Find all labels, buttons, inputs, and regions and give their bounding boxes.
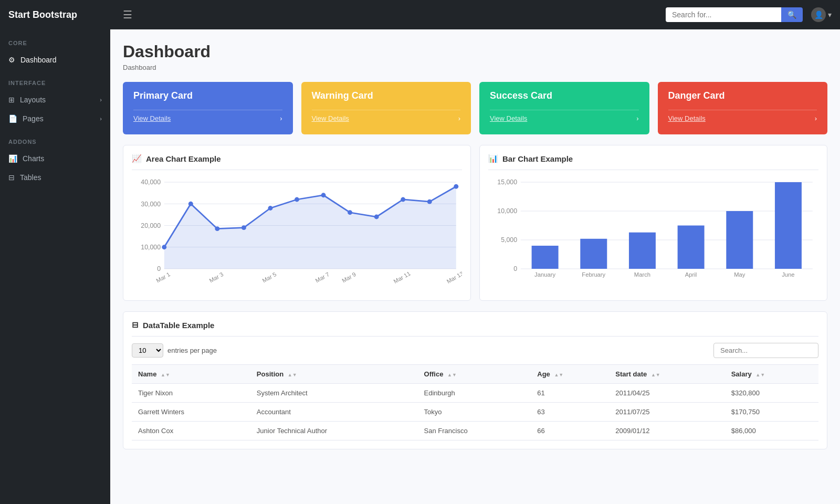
col-header[interactable]: Name ▲▼ [132, 365, 250, 384]
card-footer-warning: View Details › [312, 110, 461, 127]
area-chart-title: 📈 Area Chart Example [132, 154, 462, 170]
svg-point-18 [188, 202, 193, 206]
datatable-card: ⊟ DataTable Example 102550100 entries pe… [123, 311, 827, 449]
card-link-success[interactable]: View Details [490, 114, 527, 122]
svg-text:30,000: 30,000 [141, 201, 161, 208]
entries-label: entries per page [167, 346, 217, 354]
table-cell: Ashton Cox [132, 422, 250, 440]
sidebar-item-layouts[interactable]: ⊞Layouts› [0, 90, 110, 109]
table-row: Tiger NixonSystem ArchitectEdinburgh6120… [132, 384, 818, 403]
table-cell: Tiger Nixon [132, 384, 250, 403]
card-title-primary: Primary Card [133, 90, 282, 101]
sidebar-item-label: Charts [23, 154, 44, 163]
table-cell: 2011/07/25 [609, 403, 724, 422]
summary-card-danger: Danger Card View Details › [658, 82, 828, 134]
sidebar-item-pages[interactable]: 📄Pages› [0, 109, 110, 128]
sidebar: CORE⚙DashboardINTERFACE⊞Layouts›📄Pages›A… [0, 29, 110, 504]
summary-card-warning: Warning Card View Details › [301, 82, 471, 134]
svg-point-17 [162, 245, 166, 249]
table-cell: Tokyo [418, 403, 531, 422]
card-link-primary[interactable]: View Details [133, 114, 171, 122]
area-chart-wrap: 010,00020,00030,00040,000Mar 1Mar 3Mar 5… [132, 176, 462, 292]
svg-text:10,000: 10,000 [141, 244, 161, 251]
main-content: Dashboard Dashboard Primary Card View De… [110, 29, 840, 504]
col-header[interactable]: Position ▲▼ [250, 365, 418, 384]
sort-icon: ▲▼ [288, 372, 297, 377]
card-footer-danger: View Details › [668, 110, 817, 127]
sidebar-section-label: ADDONS [0, 128, 110, 149]
card-arrow-primary: › [280, 114, 282, 122]
col-header[interactable]: Age ▲▼ [531, 365, 609, 384]
datatable-table: Name ▲▼Position ▲▼Office ▲▼Age ▲▼Start d… [132, 364, 818, 440]
svg-text:February: February [582, 272, 605, 278]
sort-icon: ▲▼ [161, 372, 170, 377]
table-cell: Edinburgh [418, 384, 531, 403]
col-header[interactable]: Office ▲▼ [418, 365, 531, 384]
sidebar-item-label: Dashboard [20, 56, 57, 64]
chevron-right-icon: › [100, 116, 102, 122]
svg-point-28 [454, 184, 458, 189]
svg-point-27 [427, 200, 432, 204]
dashboard-icon: ⚙ [8, 56, 15, 64]
menu-icon: ☰ [123, 9, 132, 20]
svg-point-22 [295, 197, 299, 202]
sort-icon: ▲▼ [651, 372, 660, 377]
svg-text:May: May [734, 272, 746, 278]
search-input[interactable] [666, 7, 781, 22]
card-link-danger[interactable]: View Details [668, 114, 706, 122]
table-search-input[interactable] [713, 343, 818, 358]
svg-rect-47 [775, 182, 802, 269]
svg-point-25 [374, 215, 379, 219]
table-header-row: Name ▲▼Position ▲▼Office ▲▼Age ▲▼Start d… [132, 365, 818, 384]
col-header[interactable]: Salary ▲▼ [725, 365, 818, 384]
svg-text:10,000: 10,000 [497, 208, 517, 215]
layout: CORE⚙DashboardINTERFACE⊞Layouts›📄Pages›A… [0, 29, 840, 504]
card-link-warning[interactable]: View Details [312, 114, 349, 122]
page-title: Dashboard [123, 42, 827, 61]
summary-card-primary: Primary Card View Details › [123, 82, 293, 134]
table-row: Ashton CoxJunior Technical AuthorSan Fra… [132, 422, 818, 440]
navbar-user[interactable]: 👤 ▾ [811, 7, 832, 22]
bar-chart-title: 📊 Bar Chart Example [488, 154, 818, 170]
svg-point-20 [242, 225, 246, 230]
svg-text:0: 0 [157, 266, 161, 273]
summary-cards-row: Primary Card View Details › Warning Card… [123, 82, 827, 134]
charts-icon: 📊 [8, 154, 17, 163]
sidebar-item-dashboard[interactable]: ⚙Dashboard [0, 50, 110, 69]
navbar-search: 🔍 [666, 7, 803, 22]
table-cell: $86,000 [725, 422, 818, 440]
entries-per-page-select[interactable]: 102550100 [132, 343, 163, 358]
tables-icon: ⊟ [8, 173, 15, 182]
svg-point-23 [321, 193, 326, 197]
search-button[interactable]: 🔍 [781, 7, 803, 22]
entries-select-group: 102550100 entries per page [132, 343, 217, 358]
sidebar-toggle-button[interactable]: ☰ [119, 6, 136, 23]
card-footer-success: View Details › [490, 110, 639, 127]
table-cell: System Architect [250, 384, 418, 403]
svg-point-19 [215, 226, 219, 231]
svg-text:April: April [685, 272, 697, 278]
col-header[interactable]: Start date ▲▼ [609, 365, 724, 384]
svg-text:40,000: 40,000 [141, 179, 161, 186]
sidebar-item-label: Tables [20, 173, 41, 182]
svg-text:0: 0 [513, 266, 517, 273]
table-search [713, 343, 818, 358]
table-cell: 63 [531, 403, 609, 422]
bar-chart-card: 📊 Bar Chart Example 05,00010,00015,000Ja… [479, 145, 827, 301]
sidebar-item-charts[interactable]: 📊Charts [0, 149, 110, 168]
card-title-danger: Danger Card [668, 90, 817, 101]
datatable-tbody: Tiger NixonSystem ArchitectEdinburgh6120… [132, 384, 818, 440]
svg-text:January: January [534, 272, 555, 278]
bar-chart-wrap: 05,00010,00015,000JanuaryFebruaryMarchAp… [488, 176, 818, 292]
svg-rect-37 [532, 246, 559, 269]
table-row: Garrett WintersAccountantTokyo632011/07/… [132, 403, 818, 422]
pages-icon: 📄 [8, 114, 17, 123]
table-cell: San Francisco [418, 422, 531, 440]
svg-point-26 [401, 197, 405, 202]
svg-text:20,000: 20,000 [141, 222, 161, 229]
sidebar-item-tables[interactable]: ⊟Tables [0, 168, 110, 187]
table-cell: Accountant [250, 403, 418, 422]
bar-chart-icon: 📊 [488, 154, 498, 163]
table-cell: 2009/01/12 [609, 422, 724, 440]
area-chart-icon: 📈 [132, 154, 142, 163]
